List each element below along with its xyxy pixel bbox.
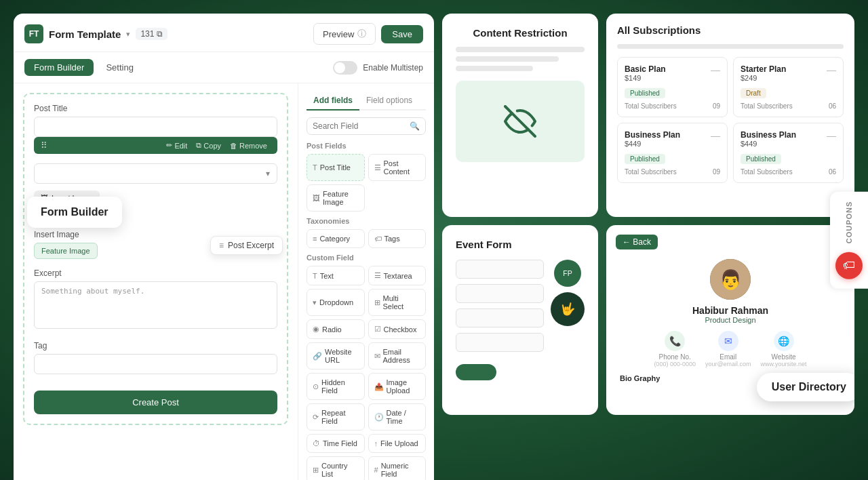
search-field-input[interactable] [313, 121, 406, 131]
event-form-title: Event Form [456, 239, 585, 250]
form-area-inner: Post Title ⠿ ✏ Edit ⧉ Copy [23, 93, 288, 425]
event-avatar-btn-2[interactable]: 🤟 [551, 292, 585, 326]
phone-label: Phone No. [654, 353, 696, 361]
field-email-address[interactable]: ✉ Email Address [368, 342, 427, 369]
plan-status-3: Published [741, 154, 781, 164]
multistep-toggle[interactable] [333, 61, 357, 75]
contact-email: ✉ Email your@email.com [705, 331, 751, 367]
contact-phone: 📞 Phone No. (000) 000-0000 [654, 331, 696, 367]
move-handle-icon[interactable]: ⠿ [41, 140, 47, 151]
user-contacts: 📞 Phone No. (000) 000-0000 ✉ Email your@… [620, 331, 841, 367]
edit-button[interactable]: ✏ Edit [163, 140, 191, 151]
svg-text:FP: FP [563, 269, 572, 277]
save-button[interactable]: Save [381, 25, 423, 43]
field-country-list[interactable]: ⊞ Country List [307, 456, 365, 480]
plan-header-2: Business Plan $449 — [625, 130, 720, 148]
post-fields-grid: T Post Title ☰ Post Content 🖼 Feature Im… [307, 154, 426, 212]
event-submit-button[interactable] [456, 364, 496, 380]
plan-card-3: Business Plan $449 — Published Total Sub… [733, 123, 844, 183]
search-icon: 🔍 [410, 121, 420, 131]
coupons-label: COUPONS [845, 201, 853, 244]
tab-field-options[interactable]: Field options [359, 92, 419, 109]
badge-count: 131 ⧉ [136, 28, 167, 40]
tag-input[interactable] [34, 354, 277, 374]
copy-field-button[interactable]: ⧉ Copy [193, 140, 224, 151]
event-fields [456, 260, 544, 380]
sub-line-placeholder [617, 44, 844, 49]
remove-field-button[interactable]: 🗑 Remove [226, 140, 271, 151]
field-multi-select[interactable]: ⊞ Multi Select [368, 289, 427, 316]
text-line-2 [456, 56, 559, 62]
post-title-field-group: Post Title ⠿ ✏ Edit ⧉ Copy [34, 104, 277, 154]
taxonomies-title: Taxonomies [307, 217, 426, 225]
fp-icon: FP [562, 268, 573, 279]
chevron-down-icon[interactable]: ▾ [126, 30, 130, 39]
tag-section: Tag [34, 341, 277, 374]
content-restriction-title: Content Restriction [456, 27, 585, 39]
email-icon: ✉ [718, 331, 738, 351]
create-post-button[interactable]: Create Post [34, 391, 277, 414]
right-panels: Content Restriction [442, 14, 854, 415]
coupons-side-tab: COUPONS 🏷 [830, 192, 868, 289]
plan-subs-0: Total Subscribers 09 [625, 102, 720, 110]
user-name: Habibur Rahman [620, 305, 841, 316]
preview-button[interactable]: Preview ⓘ [313, 23, 376, 45]
field-date-time[interactable]: 🕐 Date / Time [368, 403, 427, 431]
back-button[interactable]: ← Back [616, 235, 658, 249]
field-checkbox[interactable]: ☑ Checkbox [368, 319, 427, 339]
tab-setting[interactable]: Setting [96, 59, 142, 76]
field-file-upload[interactable]: ↑ File Upload [368, 434, 427, 453]
plan-price-2: $449 [625, 140, 680, 148]
coupon-icon[interactable]: 🏷 [835, 252, 863, 279]
tab-add-fields[interactable]: Add fields [307, 92, 359, 111]
field-hidden-field[interactable]: ⊙ Hidden Field [307, 373, 365, 400]
form-area: Post Title ⠿ ✏ Edit ⧉ Copy [14, 83, 298, 480]
field-dropdown[interactable]: ▾ Dropdown [307, 289, 365, 316]
field-image-upload[interactable]: 📤 Image Upload [368, 373, 427, 400]
field-radio[interactable]: ◉ Radio [307, 319, 365, 339]
field-textarea[interactable]: ☰ Textarea [368, 266, 427, 285]
plan-more-icon-3[interactable]: — [827, 130, 836, 141]
text-line-3 [456, 66, 533, 71]
dropdown-field[interactable]: ▾ [34, 163, 277, 184]
event-form-card: Event Form FP [442, 225, 598, 415]
event-field-line-4 [456, 333, 544, 352]
right-bottom-row: Event Form FP [442, 225, 854, 415]
custom-fields-grid: T Text ☰ Textarea ▾ Dropdown ⊞ [307, 266, 426, 480]
plan-more-icon-1[interactable]: — [827, 64, 836, 75]
field-time-field[interactable]: ⏱ Time Field [307, 434, 365, 453]
user-role: Product Design [620, 316, 841, 324]
plan-info-3: Business Plan $449 [741, 130, 796, 148]
field-text[interactable]: T Text [307, 266, 365, 285]
field-category[interactable]: ≡ Category [307, 229, 365, 248]
header-actions: Preview ⓘ Save [313, 23, 423, 45]
multistep-toggle-area: Enable Multistep [333, 61, 423, 75]
website-value: www.yoursite.net [761, 361, 807, 367]
field-feature-image[interactable]: 🖼 Feature Image [307, 184, 365, 212]
text-line-1 [456, 47, 585, 52]
post-title-input[interactable] [34, 117, 277, 137]
field-numeric-field[interactable]: # Numeric Field [368, 456, 427, 480]
post-excerpt-tooltip: ≡ Post Excerpt [210, 236, 283, 255]
tab-form-builder[interactable]: Form Builder [24, 59, 94, 76]
plan-more-icon-2[interactable]: — [711, 130, 720, 141]
feature-image-button[interactable]: Feature Image [34, 243, 98, 259]
field-post-content[interactable]: ☰ Post Content [368, 154, 427, 181]
event-avatar-btn-1[interactable]: FP [554, 260, 581, 287]
user-directory-card: ← Back 👨 Habibur Rahman Product Design 📞… [606, 225, 854, 415]
plan-name-1: Starter Plan [741, 64, 786, 74]
align-icon: ≡ [219, 241, 224, 250]
plan-name-0: Basic Plan [625, 64, 666, 74]
image-chip-icon: 🖼 [313, 194, 320, 202]
field-website-url[interactable]: 🔗 Website URL [307, 342, 365, 369]
excerpt-textarea[interactable]: Something about myself. [34, 281, 277, 329]
field-repeat-field[interactable]: ⟳ Repeat Field [307, 403, 365, 431]
plan-more-icon-0[interactable]: — [711, 64, 720, 75]
copy-icon[interactable]: ⧉ [157, 29, 163, 39]
field-post-title[interactable]: T Post Title [307, 154, 365, 181]
copy-field-icon: ⧉ [196, 141, 201, 150]
post-fields-title: Post Fields [307, 142, 426, 150]
event-field-line-1 [456, 260, 544, 279]
phone-icon: 📞 [665, 331, 685, 351]
field-tags[interactable]: 🏷 Tags [368, 229, 427, 248]
